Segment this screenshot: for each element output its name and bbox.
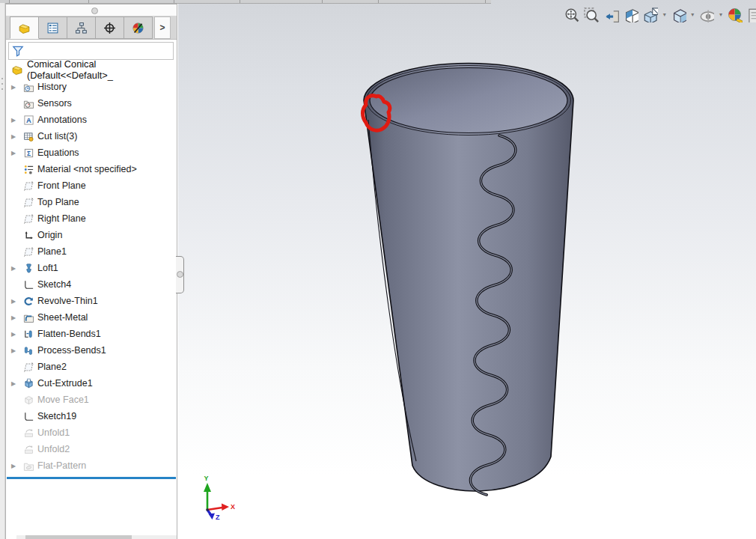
dimxpertmanager-tab-icon [103, 22, 116, 34]
manager-tab-1[interactable] [10, 16, 39, 39]
tree-item-label: Origin [37, 230, 62, 240]
tree-filter-box [8, 42, 174, 60]
revolve-icon [23, 296, 37, 307]
panel-top-splitter[interactable] [6, 4, 177, 16]
panel-horizontal-scrollbar[interactable] [16, 535, 177, 539]
manager-tab-2[interactable] [39, 16, 67, 39]
tree-item-label: Move Face1 [37, 395, 89, 405]
expand-arrow-icon[interactable]: ▶ [6, 298, 23, 305]
tree-item-label: Plane2 [37, 362, 67, 372]
tree-item-label: Right Plane [37, 213, 86, 224]
zoom-to-fit-button[interactable] [563, 4, 580, 24]
filter-input[interactable] [25, 43, 173, 58]
tree-item-plane1[interactable]: Plane1 [6, 243, 177, 260]
tree-item-history[interactable]: ▶History [6, 79, 177, 95]
tree-item-right-plane[interactable]: Right Plane [6, 210, 177, 227]
tree-item-revolve-thin1[interactable]: ▶Revolve-Thin1 [6, 293, 177, 309]
tree-item-top-plane[interactable]: Top Plane [6, 194, 177, 210]
expand-arrow-icon[interactable]: ▶ [6, 347, 23, 354]
expand-arrow-icon[interactable]: ▶ [6, 84, 23, 91]
unfold-icon [23, 427, 37, 439]
tree-item-label: Annotations [37, 115, 87, 125]
rollback-bar[interactable] [7, 477, 176, 479]
hide-show-items-icon [698, 7, 714, 22]
tree-item-unfold1[interactable]: Unfold1 [6, 424, 177, 441]
tree-item-plane2[interactable]: Plane2 [6, 359, 177, 375]
svg-text:Σ: Σ [27, 149, 31, 156]
tree-item-label: Revolve-Thin1 [37, 296, 98, 306]
heads-up-view-toolbar: ▾▾▾ [563, 3, 756, 25]
tree-item-process-bends1[interactable]: ▶Process-Bends1 [6, 342, 177, 359]
feature-tree: ▶HistorySensors▶AAnnotations▶Cut list(3)… [6, 79, 177, 474]
tree-item-sketch19[interactable]: Sketch19 [6, 408, 177, 424]
cutlist-icon [23, 131, 37, 142]
tree-item-annotations[interactable]: ▶AAnnotations [6, 112, 177, 128]
displaymanager-tab-icon [132, 22, 144, 34]
expand-arrow-icon[interactable]: ▶ [6, 265, 23, 272]
expand-arrow-icon[interactable]: ▶ [6, 463, 23, 469]
tree-item-move-face1[interactable]: Move Face1 [6, 392, 177, 408]
apply-scene-button[interactable] [746, 4, 756, 24]
tree-item-cut-extrude1[interactable]: ▶Cut-Extrude1 [6, 375, 177, 392]
zoom-to-fit-icon [564, 7, 579, 22]
tree-item-cut-list-3[interactable]: ▶Cut list(3) [6, 128, 177, 144]
expand-arrow-icon[interactable]: ▶ [6, 331, 23, 338]
tree-item-sheet-metal[interactable]: ▶Sheet-Metal [6, 309, 177, 326]
tree-item-sensors[interactable]: Sensors [6, 95, 177, 112]
tree-item-label: Flat-Pattern [37, 460, 86, 471]
expand-arrow-icon[interactable]: ▶ [6, 314, 23, 321]
manager-tab-4[interactable] [96, 16, 124, 39]
edit-appearance-icon [727, 7, 743, 22]
tree-item-label: Sheet-Metal [37, 312, 88, 323]
splitter-grip[interactable] [91, 7, 98, 14]
tree-item-origin[interactable]: Origin [6, 227, 177, 243]
processbends-icon [23, 345, 37, 356]
tree-item-material-not-specified[interactable]: Material <not specified> [6, 161, 177, 177]
hide-show-items-button[interactable] [698, 4, 715, 24]
tree-item-label: History [37, 82, 67, 92]
filter-funnel-icon [11, 44, 25, 58]
dropdown-caret-icon[interactable]: ▾ [661, 11, 668, 18]
dropdown-caret-icon[interactable]: ▾ [717, 11, 724, 18]
document-root-item[interactable]: Comical Conical (Default<<Default>_ [6, 61, 177, 78]
configurationmanager-tab-icon [75, 22, 88, 34]
view-orientation-icon [642, 7, 658, 22]
material-icon [23, 164, 37, 175]
tree-item-label: Sketch4 [37, 279, 71, 290]
tree-item-flatten-bends1[interactable]: ▶Flatten-Bends1 [6, 326, 177, 342]
edit-appearance-button[interactable] [726, 4, 743, 24]
display-style-icon [671, 7, 686, 22]
expand-arrow-icon[interactable]: ▶ [6, 133, 23, 140]
display-style-button[interactable] [669, 4, 686, 24]
previous-view-button[interactable] [602, 4, 619, 24]
tree-item-label: Material <not specified> [37, 164, 137, 174]
section-view-button[interactable] [622, 4, 639, 24]
expand-arrow-icon[interactable]: ▶ [6, 380, 23, 387]
tree-item-label: Sensors [37, 98, 72, 109]
tree-item-flat-pattern[interactable]: ▶Flat-Pattern [6, 457, 177, 474]
zoom-to-area-button[interactable] [582, 4, 600, 24]
dropdown-caret-icon[interactable]: ▾ [689, 11, 696, 18]
panel-side-splitter[interactable] [176, 256, 184, 293]
scrollbar-thumb[interactable] [25, 535, 132, 539]
tree-item-label: Loft1 [37, 263, 58, 273]
sketch-icon [23, 279, 37, 290]
tree-item-label: Flatten-Bends1 [37, 329, 101, 339]
annotations-icon: A [23, 115, 37, 126]
expand-arrow-icon[interactable]: ▶ [6, 150, 23, 156]
tree-item-front-plane[interactable]: Front Plane [6, 177, 177, 194]
tree-item-sketch4[interactable]: Sketch4 [6, 276, 177, 293]
tree-item-label: Sketch19 [37, 411, 76, 421]
manager-tab-5[interactable] [124, 16, 153, 39]
tree-item-label: Process-Bends1 [37, 345, 106, 356]
tree-item-equations[interactable]: ▶ΣEquations [6, 144, 177, 161]
tab-overflow-button[interactable]: > [154, 16, 171, 39]
tree-item-unfold2[interactable]: Unfold2 [6, 441, 177, 457]
plane-icon [23, 180, 37, 192]
plane-icon [23, 213, 37, 225]
expand-arrow-icon[interactable]: ▶ [6, 117, 23, 124]
splitter-grip [177, 271, 183, 278]
view-orientation-button[interactable] [641, 4, 659, 24]
tree-item-loft1[interactable]: ▶Loft1 [6, 260, 177, 276]
manager-tab-3[interactable] [67, 16, 96, 39]
